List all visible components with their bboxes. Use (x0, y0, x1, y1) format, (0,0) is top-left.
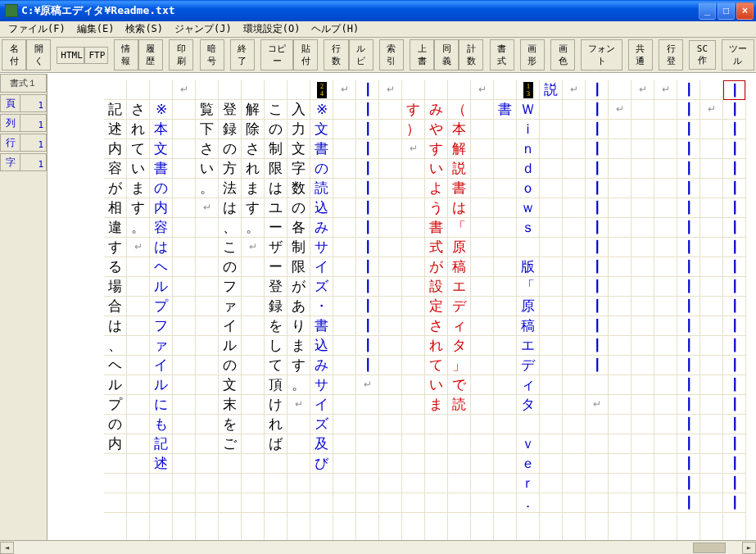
tb-index[interactable]: 索引 (379, 39, 404, 70)
text-cell: す (104, 238, 126, 257)
text-cell (700, 415, 722, 434)
tb-overwrite[interactable]: 上書 (410, 39, 434, 70)
text-cell (494, 218, 516, 238)
text-cell (700, 356, 722, 375)
tb-regline[interactable]: 行登 (659, 39, 683, 70)
tb-sc[interactable]: SC作 (689, 40, 715, 70)
text-cell: 書 (310, 139, 333, 159)
text-cell (700, 139, 722, 159)
tb-copy[interactable]: コピー (260, 39, 293, 70)
tb-history[interactable]: 履歴 (138, 39, 163, 70)
text-cell (333, 218, 355, 238)
text-cell (196, 257, 218, 277)
tb-html[interactable]: HTML (57, 47, 84, 64)
text-cell: ィ (517, 375, 539, 395)
page-label: 頁 (1, 95, 20, 111)
tb-common[interactable]: 共通 (628, 39, 653, 70)
text-cell: ズ (310, 415, 333, 434)
tb-color[interactable]: 画色 (550, 39, 575, 70)
text-cell (333, 100, 355, 120)
menu-search[interactable]: 検索(S) (120, 20, 168, 38)
scroll-thumb[interactable] (693, 543, 726, 553)
close-button[interactable]: × (736, 2, 754, 20)
page-value: 1 (20, 95, 46, 111)
menu-settings[interactable]: 環境設定(O) (238, 20, 306, 38)
tb-ftp[interactable]: FTP (84, 47, 107, 64)
text-cell: ↵ (356, 375, 378, 395)
text-cell: ↵ (333, 80, 355, 100)
text-cell (494, 415, 516, 434)
text-cell (494, 434, 516, 454)
tb-format[interactable]: 書式 (490, 39, 514, 70)
text-cell: ┃ (356, 100, 378, 120)
text-cell (173, 100, 195, 120)
scroll-left-button[interactable]: ◄ (0, 542, 14, 554)
text-cell (632, 356, 654, 375)
maximize-button[interactable]: □ (718, 2, 735, 20)
menu-jump[interactable]: ジャンプ(J) (170, 20, 237, 38)
tb-open[interactable]: 開く (26, 39, 51, 70)
text-cell: サ (310, 375, 333, 395)
text-cell (379, 434, 401, 454)
menu-edit[interactable]: 編集(E) (72, 20, 120, 38)
text-cell (127, 257, 149, 277)
tb-info[interactable]: 情報 (114, 39, 138, 70)
text-cell: ┃ (723, 159, 745, 179)
text-cell (242, 395, 264, 415)
text-cell: ご (219, 434, 241, 454)
format-tab[interactable]: 書式１ (0, 74, 47, 93)
tb-ruby[interactable]: ルビ (349, 39, 373, 70)
text-cell: み (310, 356, 333, 375)
text-cell (700, 80, 722, 100)
text-cell: ┃ (677, 198, 699, 218)
text-cell (379, 139, 401, 159)
text-cell (104, 493, 126, 513)
horizontal-scrollbar[interactable]: ◄ ► (0, 540, 756, 554)
text-column: ↵ (654, 80, 677, 540)
text-cell (700, 159, 722, 179)
text-column: みやすいよう書式が設定されていま (425, 80, 448, 540)
tb-name[interactable]: 名付 (2, 39, 26, 70)
text-cell: い (425, 375, 447, 395)
menu-file[interactable]: ファイル(F) (3, 20, 70, 38)
text-cell (494, 198, 516, 218)
text-cell: は (104, 316, 126, 336)
scroll-right-button[interactable]: ► (742, 542, 756, 554)
text-cell (402, 80, 424, 100)
text-cell: ┃ (586, 218, 608, 238)
text-cell (196, 297, 218, 316)
tb-crypt[interactable]: 暗号 (200, 39, 224, 70)
text-cell (632, 454, 654, 474)
text-cell (356, 395, 378, 415)
tb-exit[interactable]: 終了 (230, 39, 255, 70)
minimize-button[interactable]: _ (699, 2, 716, 20)
text-cell: ┃ (356, 198, 378, 218)
text-cell (563, 218, 585, 238)
tb-synonym[interactable]: 同義 (434, 39, 459, 70)
tb-print[interactable]: 印刷 (169, 39, 193, 70)
tb-tool[interactable]: ツール (722, 39, 754, 70)
text-cell (700, 277, 722, 297)
text-cell: ┃ (723, 120, 745, 139)
text-cell (402, 159, 424, 179)
text-cell (402, 336, 424, 356)
row-value: 1 (20, 134, 46, 151)
text-cell: ┃ (356, 257, 378, 277)
scroll-track[interactable] (14, 542, 742, 554)
text-column: 説 (540, 80, 563, 540)
editor-area[interactable]: ┃┃┃┃┃┃┃┃┃┃┃┃┃┃┃┃┃┃┃┃┃┃↵┃┃┃┃┃┃┃┃┃┃┃┃┃┃┃┃┃… (48, 74, 756, 540)
text-cell (494, 493, 516, 513)
menu-help[interactable]: ヘルプ(H) (306, 20, 364, 38)
text-cell: ┃ (723, 238, 745, 257)
text-cell (402, 434, 424, 454)
text-cell (654, 454, 677, 474)
text-cell (471, 474, 493, 493)
tb-count[interactable]: 計数 (459, 39, 483, 70)
text-cell (127, 277, 149, 297)
text-column: 書 (494, 80, 517, 540)
tb-paste[interactable]: 貼付 (293, 39, 318, 70)
tb-lines[interactable]: 行数 (324, 39, 348, 70)
text-cell: ┃ (586, 257, 608, 277)
tb-font[interactable]: フォント (581, 39, 622, 70)
tb-shape[interactable]: 画形 (520, 39, 545, 70)
